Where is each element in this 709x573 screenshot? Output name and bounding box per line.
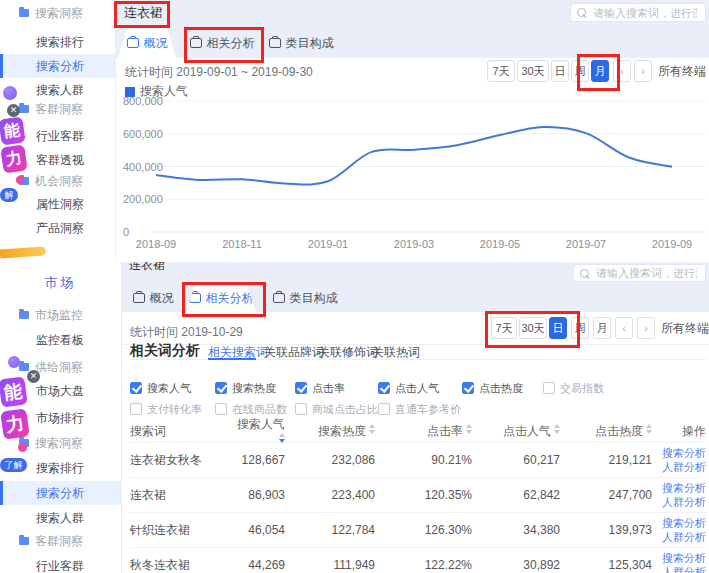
col-header-label: 点击人气 — [503, 424, 551, 438]
checkbox-icon[interactable] — [130, 403, 142, 415]
x-tick: 2019-09 — [652, 238, 692, 250]
sidebar-item-monitor-board[interactable]: 监控看板 — [0, 328, 121, 352]
prev-period-button[interactable]: ‹ — [615, 317, 633, 339]
crowd-analysis-link[interactable]: 人群分析 — [652, 460, 706, 474]
sidebar-item-search-analysis[interactable]: 搜索分析 — [0, 481, 121, 505]
range-7d-button[interactable]: 7天 — [491, 317, 517, 339]
crowd-analysis-link[interactable]: 人群分析 — [652, 565, 706, 573]
x-tick: 2019-03 — [394, 238, 434, 250]
range-day-button[interactable]: 日 — [549, 317, 567, 339]
checkbox-checked-icon[interactable] — [378, 382, 390, 394]
table-row: 针织连衣裙 46,054 122,784 126.30% 34,380 139,… — [130, 512, 706, 547]
range-week-button[interactable]: 周 — [571, 317, 589, 339]
next-period-button[interactable]: › — [634, 60, 652, 82]
sidebar-group-label: 市场监控 — [35, 308, 83, 322]
tab-category-composition[interactable]: 类目构成 — [268, 28, 334, 58]
promo-pill[interactable]: 解 — [0, 188, 18, 202]
tab-label: 相关分析 — [207, 35, 255, 52]
next-period-button[interactable]: › — [637, 317, 655, 339]
metric-checkbox-ctr[interactable]: 点击率 — [295, 381, 345, 396]
related-words-table: 搜索词 搜索人气 搜索热度 点击率 点击人气 点击热度 操作 连衣裙女秋冬 12… — [130, 420, 706, 573]
tab-related-analysis[interactable]: 相关分析 — [186, 28, 258, 58]
sidebar-item-product-insight[interactable]: 产品洞察 — [0, 216, 115, 240]
metric-checkbox-search-heat[interactable]: 搜索热度 — [215, 381, 276, 396]
metric-checkbox-trade-index[interactable]: 交易指数 — [543, 381, 604, 396]
col-header-search-heat[interactable]: 搜索热度 — [285, 423, 375, 440]
metric-checkbox-click-heat[interactable]: 点击热度 — [462, 381, 523, 396]
sidebar-item-label: 搜索排行 — [36, 35, 84, 49]
sidebar-group-market-monitor[interactable]: 市场监控 — [0, 304, 121, 326]
sidebar-item-industry-crowd[interactable]: 行业客群 — [0, 554, 121, 573]
tab-overview[interactable]: 概况 — [126, 284, 180, 312]
cell-click-heat: 125,304 — [560, 558, 652, 572]
metric-checkbox-search-pop[interactable]: 搜索人气 — [130, 381, 191, 396]
checkbox-checked-icon[interactable] — [295, 382, 307, 394]
sidebar-group-label: 搜索洞察 — [35, 6, 83, 20]
terminal-dropdown[interactable]: 所有终端 — [661, 317, 709, 339]
sidebar-group-search-insight[interactable]: 搜索洞察 — [0, 2, 115, 24]
sidebar-group-customer-insight[interactable]: 客群洞察 — [0, 530, 121, 552]
sticker-ball-pink — [18, 443, 27, 452]
sidebar-item-search-analysis[interactable]: 搜索分析 — [0, 54, 115, 78]
search-input[interactable] — [594, 266, 699, 280]
col-header-ctr[interactable]: 点击率 — [375, 423, 472, 440]
subtab-active-underline — [208, 358, 256, 360]
checkbox-icon[interactable] — [543, 382, 555, 394]
x-tick: 2019-01 — [308, 238, 348, 250]
sidebar-item-label: 市场排行 — [36, 411, 84, 425]
sidebar-group-label: 机会洞察 — [35, 174, 83, 188]
crowd-analysis-link[interactable]: 人群分析 — [652, 495, 706, 509]
close-icon[interactable]: ✕ — [27, 370, 40, 383]
promo-pill[interactable]: 了解 — [0, 458, 27, 472]
range-day-button[interactable]: 日 — [551, 60, 569, 82]
cell-search-heat: 223,400 — [285, 488, 375, 502]
bag-icon — [269, 38, 281, 48]
col-header-click-heat[interactable]: 点击热度 — [560, 423, 652, 440]
search-analysis-link[interactable]: 搜索分析 — [652, 551, 706, 565]
range-30d-button[interactable]: 30天 — [517, 60, 549, 82]
x-tick: 2019-05 — [480, 238, 520, 250]
tab-related-analysis[interactable]: 相关分析 — [186, 284, 256, 312]
search-input[interactable] — [591, 6, 699, 20]
search-analysis-link[interactable]: 搜索分析 — [652, 446, 706, 460]
metric-checkbox-mall-click-ratio[interactable]: 商城点击占比 — [295, 402, 378, 417]
sidebar-section-market[interactable]: 市场 — [0, 274, 121, 292]
y-tick: 400,000 — [123, 161, 163, 173]
sidebar-item-search-rank[interactable]: 搜索排行 — [0, 30, 115, 54]
range-month-button[interactable]: 月 — [593, 317, 611, 339]
sidebar-group-label: 客群洞察 — [35, 102, 83, 116]
range-week-button[interactable]: 周 — [571, 60, 589, 82]
y-tick: 200,000 — [123, 193, 163, 205]
metric-label: 点击人气 — [395, 382, 439, 394]
col-header-click-pop[interactable]: 点击人气 — [472, 423, 560, 440]
range-7d-button[interactable]: 7天 — [487, 60, 515, 82]
sidebar-item-label: 搜索排行 — [36, 461, 84, 475]
search-analysis-link[interactable]: 搜索分析 — [652, 481, 706, 495]
tab-category-composition[interactable]: 类目构成 — [272, 284, 338, 312]
x-tick: 2018-09 — [136, 238, 176, 250]
checkbox-checked-icon[interactable] — [130, 382, 142, 394]
search-analysis-link[interactable]: 搜索分析 — [652, 516, 706, 530]
metric-label: 搜索人气 — [147, 382, 191, 394]
cell-click-pop: 60,217 — [472, 453, 560, 467]
checkbox-checked-icon[interactable] — [215, 382, 227, 394]
y-tick: 800,000 — [123, 95, 163, 107]
checkbox-checked-icon[interactable] — [462, 382, 474, 394]
terminal-dropdown[interactable]: 所有终端 — [658, 60, 709, 82]
range-month-button[interactable]: 月 — [591, 60, 609, 82]
close-icon[interactable]: ✕ — [7, 104, 20, 117]
metric-checkbox-ztc-price[interactable]: 直通车参考价 — [378, 402, 461, 417]
metric-checkbox-click-pop[interactable]: 点击人气 — [378, 381, 439, 396]
checkbox-icon[interactable] — [295, 403, 307, 415]
range-30d-button[interactable]: 30天 — [519, 317, 547, 339]
tab-label: 相关分析 — [206, 290, 254, 307]
bag-icon — [273, 293, 285, 303]
prev-period-button[interactable]: ‹ — [613, 60, 631, 82]
sidebar-item-search-crowd[interactable]: 搜索人群 — [0, 506, 121, 530]
col-header-search-pop[interactable]: 搜索人气 — [230, 416, 285, 447]
metric-checkbox-pay-conversion[interactable]: 支付转化率 — [130, 402, 202, 417]
checkbox-icon[interactable] — [378, 403, 390, 415]
crowd-analysis-link[interactable]: 人群分析 — [652, 530, 706, 544]
checkbox-icon[interactable] — [215, 403, 227, 415]
tab-overview[interactable]: 概况 — [118, 28, 176, 58]
